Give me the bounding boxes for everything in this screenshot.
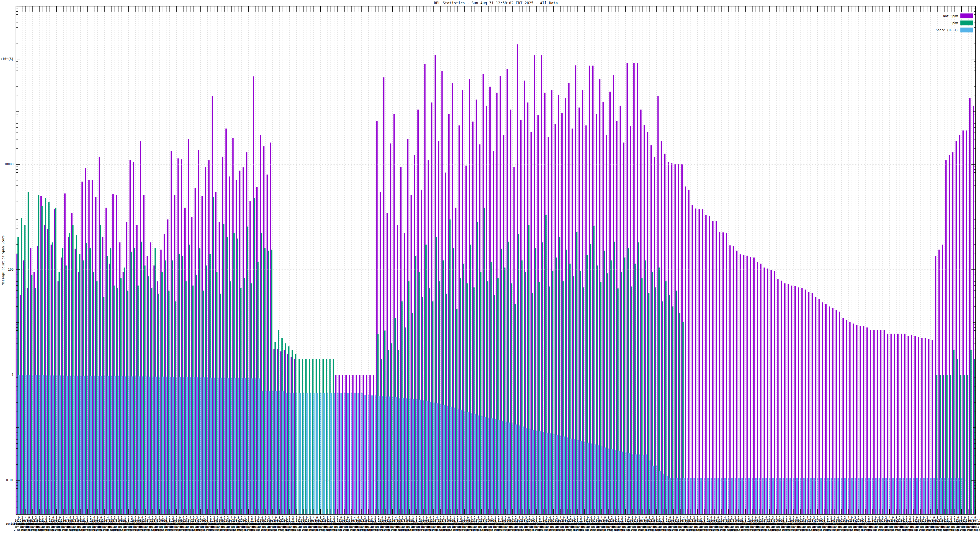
x-tick-label: 9: [563, 516, 565, 519]
x-tick-label: 2: [309, 516, 311, 519]
x-tick-label: 3: [854, 516, 856, 519]
bar-not-spam: [760, 264, 761, 514]
x-tick-label: 1: [450, 516, 452, 519]
x-tick-label: 1: [656, 516, 657, 519]
x-tick-label: 2: [323, 516, 325, 519]
x-tick-label: 9: [975, 516, 976, 519]
x-tick-label: 2: [789, 516, 791, 519]
x-tick-label: 9: [604, 516, 606, 519]
x-tick-label: 2: [827, 516, 829, 519]
bar-not-spam: [356, 375, 357, 514]
x-tick-label: 2: [570, 516, 571, 519]
x-tick-label: 2: [748, 516, 750, 519]
bar-not-spam: [746, 256, 748, 514]
bar-not-spam: [915, 336, 916, 514]
x-tick-label: 9: [265, 516, 266, 519]
bar-not-spam: [822, 302, 823, 514]
x-tick-label: 9: [52, 516, 54, 519]
bar-not-spam: [829, 306, 830, 514]
bar-not-spam: [805, 290, 806, 514]
x-tick-label: 2: [21, 516, 23, 519]
x-tick-label: 9: [892, 516, 894, 519]
bar-not-spam: [860, 326, 861, 514]
x-tick-label: 3: [237, 516, 239, 519]
x-tick-label: 1: [865, 516, 866, 519]
x-tick-label: 2: [350, 516, 352, 519]
x-tick-label: 9: [440, 516, 441, 519]
x-tick-label: 4: [313, 516, 314, 519]
x-tick-label: 2: [662, 516, 664, 519]
x-tick-label: 9: [100, 516, 102, 519]
bar-not-spam: [345, 375, 347, 514]
bar-not-spam: [791, 286, 792, 514]
x-tick-label: 3: [690, 516, 692, 519]
bar-not-spam: [719, 232, 720, 514]
bar-score: [508, 422, 510, 514]
x-tick-label: 9: [686, 516, 688, 519]
x-tick-label: 1: [83, 516, 84, 519]
bar-score: [131, 376, 133, 514]
bar-spam: [970, 350, 972, 514]
x-tick-label: 4: [107, 516, 109, 519]
x-tick-label: 2: [433, 516, 434, 519]
x-tick-label: 9: [317, 516, 318, 519]
bar-not-spam: [750, 257, 751, 514]
x-tick-label: 2: [786, 516, 788, 519]
x-tick-label: 2: [539, 516, 541, 519]
x-tick-label: 9: [769, 516, 770, 519]
bar-not-spam: [366, 375, 367, 514]
legend-swatch: [960, 27, 973, 32]
x-tick-label: 2: [694, 516, 695, 519]
x-tick-label: 1: [700, 516, 702, 519]
rbl-statistics-chart: 90.2.4zen.spamhaus.orgor ip2 hops20.2.0.…: [0, 0, 980, 551]
x-tick-label: 1: [42, 516, 43, 519]
x-tick-label: 9: [357, 516, 359, 519]
bar-score: [656, 465, 657, 514]
bar-not-spam: [740, 254, 741, 514]
bar-not-spam: [883, 330, 885, 514]
x-tick-label: 1: [491, 516, 492, 519]
bar-not-spam: [794, 286, 795, 514]
x-tick-label: 0: [467, 516, 469, 519]
x-tick-label: 1: [80, 516, 81, 519]
bar-score: [388, 396, 390, 514]
x-tick-label: 9: [398, 516, 400, 519]
x-tick-label: 9: [464, 516, 465, 519]
x-tick-label: 1: [697, 516, 698, 519]
bar-not-spam: [757, 262, 758, 514]
bar-not-spam: [781, 281, 782, 514]
x-tick-label: 9: [841, 516, 842, 519]
x-tick-label: 1: [902, 516, 904, 519]
x-tick-label: 2: [488, 516, 489, 519]
x-tick-label: 0: [220, 516, 222, 519]
bar-not-spam: [788, 284, 789, 514]
bar-not-spam: [363, 375, 364, 514]
bar-not-spam: [685, 186, 686, 514]
x-tick-label: 9: [546, 516, 547, 519]
bar-not-spam: [736, 251, 737, 514]
x-tick-label: 9: [810, 516, 811, 519]
bar-not-spam: [863, 326, 864, 514]
x-tick-label: 3: [566, 516, 568, 519]
x-tick-label: 9: [587, 516, 589, 519]
x-tick-label: 0: [261, 516, 263, 519]
bar-not-spam: [825, 304, 827, 514]
x-tick-label: 0: [385, 516, 386, 519]
bar-not-spam: [688, 190, 689, 514]
x-tick-label: 9: [628, 516, 630, 519]
x-tick-label: 2: [131, 516, 133, 519]
x-tick-label: 9: [258, 516, 259, 519]
x-tick-label: 2: [967, 516, 969, 519]
bar-score: [440, 404, 441, 514]
x-tick-label: 2: [460, 516, 462, 519]
x-tick-label: 2: [858, 516, 859, 519]
x-tick-label: 2: [734, 516, 736, 519]
bar-not-spam: [925, 338, 926, 514]
bar-not-spam: [815, 297, 816, 514]
bar-score: [625, 453, 627, 514]
x-tick-label: 1: [824, 516, 825, 519]
x-tick-label: dnsbl.sorbs.net: [963, 522, 980, 525]
legend-swatch: [960, 21, 973, 25]
bar-not-spam: [921, 338, 923, 514]
x-tick-label: 0: [714, 516, 715, 519]
